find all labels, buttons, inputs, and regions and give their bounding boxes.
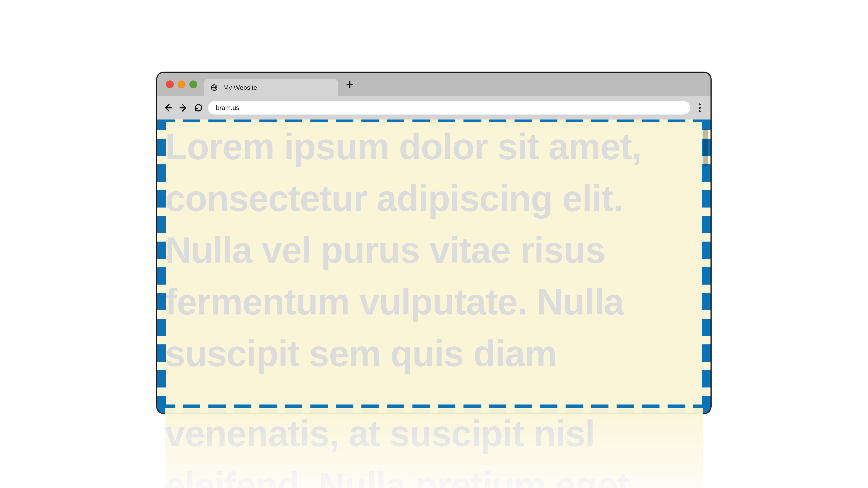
close-window-icon[interactable]: [166, 80, 174, 88]
overflow-line-2: eleifend. Nulla pretium eget: [165, 460, 694, 488]
dots-vertical-icon: [699, 103, 701, 105]
forward-button[interactable]: [179, 103, 188, 112]
url-input[interactable]: [216, 104, 682, 111]
menu-button[interactable]: [695, 103, 705, 112]
browser-window: My Website +: [156, 72, 712, 414]
page-body-text: Lorem ipsum dolor sit amet, consectetur …: [165, 121, 702, 380]
window-controls[interactable]: [166, 80, 197, 88]
toolbar: [157, 96, 711, 120]
new-tab-button[interactable]: +: [346, 78, 353, 91]
tab-bar: My Website +: [157, 73, 711, 96]
page-viewport: Lorem ipsum dolor sit amet, consectetur …: [157, 120, 711, 413]
address-bar[interactable]: [208, 101, 690, 115]
overflow-line-1: venenatis, at suscipit nisl: [165, 408, 694, 460]
favicon-icon: [210, 84, 218, 92]
browser-tab[interactable]: My Website: [204, 79, 338, 96]
reload-button[interactable]: [194, 103, 203, 112]
tab-title: My Website: [223, 84, 257, 91]
minimize-window-icon[interactable]: [178, 80, 185, 88]
scrollbar-thumb[interactable]: [703, 129, 708, 166]
back-button[interactable]: [163, 103, 173, 112]
maximize-window-icon[interactable]: [189, 80, 197, 88]
overflow-text: venenatis, at suscipit nisl eleifend. Nu…: [165, 408, 703, 488]
